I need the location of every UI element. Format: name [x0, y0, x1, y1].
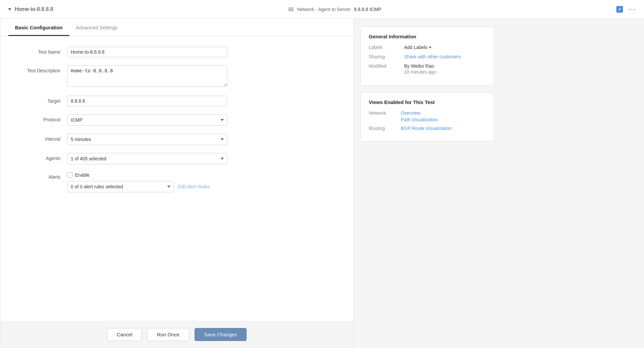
alerts-controls: Enable 0 of 0 alert rules selected Edit …	[67, 172, 210, 192]
general-info-title: General Information	[369, 34, 486, 39]
agents-control: 1 of 405 selected	[67, 153, 227, 164]
top-bar-center: Network - Agent to Server 8.8.8.8 ICMP	[67, 7, 603, 12]
test-name-label: Test Name	[14, 47, 67, 55]
modified-label: Modified	[369, 63, 399, 69]
agents-label: Agents	[14, 153, 67, 161]
enable-label: Enable	[75, 172, 90, 178]
add-labels-arrow-icon	[429, 47, 431, 48]
test-name-header: Home-to-8.8.8.8	[15, 6, 53, 12]
enable-alerts-checkbox[interactable]	[67, 172, 72, 178]
interval-row: Interval 5 minutes 1 minute 2 minutes 10…	[14, 134, 333, 145]
target-label: Target	[14, 96, 67, 104]
modified-block: By Weibo Rao 20 minutes ago	[404, 63, 436, 75]
icmp-label: 8.8.8.8 ICMP	[354, 7, 381, 12]
tab-advanced-settings[interactable]: Advanced Settings	[69, 19, 124, 36]
interval-control: 5 minutes 1 minute 2 minutes 10 minutes …	[67, 134, 227, 145]
bgp-route-visualization-link[interactable]: BGP Route Visualization	[401, 126, 452, 131]
alert-rules-row: 0 of 0 alert rules selected Edit Alert R…	[67, 181, 210, 192]
footer-buttons: Cancel Run Once Save Changes	[0, 321, 353, 348]
sharing-label: Sharing	[369, 54, 399, 59]
routing-views-label: Routing	[369, 126, 395, 131]
test-description-row: Test Description Home-to-8.8.8.8	[14, 65, 333, 88]
test-name-input[interactable]	[67, 47, 227, 57]
labels-label: Labels	[369, 45, 399, 50]
tabs: Basic Configuration Advanced Settings	[0, 19, 353, 36]
top-bar-right: ···	[616, 5, 636, 13]
target-row: Target	[14, 96, 333, 106]
alert-rules-dropdown[interactable]: 0 of 0 alert rules selected	[67, 181, 174, 192]
add-labels-text: Add Labels	[404, 45, 427, 50]
protocol-control: ICMP	[67, 114, 227, 126]
views-card: Views Enabled for This Test Network Over…	[360, 92, 494, 141]
network-type-label: Network - Agent to Server	[297, 7, 350, 12]
alert-rules-value: 0 of 0 alert rules selected	[71, 184, 123, 189]
network-views-links: Overview Path Visualization	[401, 110, 438, 122]
alert-rules-select-wrapper: 0 of 0 alert rules selected	[67, 181, 174, 192]
test-name-row: Test Name	[14, 47, 333, 57]
labels-value: Add Labels	[404, 45, 486, 50]
alerts-label: Alerts	[14, 172, 67, 180]
top-bar-left: Home-to-8.8.8.8	[8, 6, 53, 12]
test-description-input[interactable]: Home-to-8.8.8.8	[67, 65, 227, 87]
test-description-label: Test Description	[14, 65, 67, 73]
interval-select[interactable]: 5 minutes 1 minute 2 minutes 10 minutes …	[67, 134, 227, 145]
interval-label: Interval	[14, 134, 67, 142]
edit-alert-rules-link[interactable]: Edit Alert Rules	[178, 184, 210, 189]
enable-row: Enable	[67, 172, 210, 178]
agents-row: Agents 1 of 405 selected	[14, 153, 333, 164]
labels-row: Labels Add Labels	[369, 45, 486, 50]
main-container: Basic Configuration Advanced Settings Te…	[0, 19, 644, 348]
network-views-label: Network	[369, 110, 395, 122]
network-views-row: Network Overview Path Visualization	[369, 110, 486, 122]
ellipsis-menu-button[interactable]: ···	[628, 5, 636, 13]
top-bar: Home-to-8.8.8.8 Network - Agent to Serve…	[0, 0, 644, 19]
agents-selected-value: 1 of 405 selected	[71, 156, 106, 161]
run-once-button[interactable]: Run Once	[147, 328, 189, 341]
general-info-card: General Information Labels Add Labels Sh…	[360, 27, 494, 86]
modified-row: Modified By Weibo Rao 20 minutes ago	[369, 63, 486, 75]
agents-select-wrapper: 1 of 405 selected	[67, 153, 227, 164]
test-description-control: Home-to-8.8.8.8	[67, 65, 227, 88]
layers-icon	[288, 8, 294, 11]
modified-by: By Weibo Rao	[404, 63, 436, 69]
target-control	[67, 96, 227, 106]
alerts-row: Alerts Enable 0 of 0 alert rules selecte…	[14, 172, 333, 192]
tab-basic-configuration[interactable]: Basic Configuration	[8, 19, 69, 36]
add-labels-button[interactable]: Add Labels	[404, 45, 431, 50]
interval-select-wrapper: 5 minutes 1 minute 2 minutes 10 minutes …	[67, 134, 227, 145]
protocol-row: Protocol ICMP	[14, 114, 333, 126]
test-name-control	[67, 47, 227, 57]
form-area: Test Name Test Description Home-to-8.8.8…	[0, 36, 353, 321]
views-title: Views Enabled for This Test	[369, 99, 486, 105]
protocol-label: Protocol	[14, 114, 67, 122]
save-changes-button[interactable]: Save Changes	[195, 328, 247, 341]
protocol-select-wrapper: ICMP	[67, 114, 227, 126]
agents-dropdown[interactable]: 1 of 405 selected	[67, 153, 227, 164]
enable-checkbox[interactable]	[616, 6, 623, 13]
left-panel: Basic Configuration Advanced Settings Te…	[0, 19, 354, 348]
modified-when: 20 minutes ago	[404, 69, 436, 75]
right-panel: General Information Labels Add Labels Sh…	[354, 19, 501, 348]
sharing-row: Sharing Share with other customers	[369, 54, 486, 59]
overview-link[interactable]: Overview	[401, 110, 438, 116]
sharing-value[interactable]: Share with other customers	[404, 54, 486, 59]
alert-rules-arrow-icon	[167, 186, 171, 188]
path-visualization-link[interactable]: Path Visualization	[401, 117, 438, 122]
routing-views-row: Routing BGP Route Visualization	[369, 126, 486, 131]
protocol-select[interactable]: ICMP	[67, 114, 227, 126]
target-input[interactable]	[67, 96, 227, 106]
routing-views-links: BGP Route Visualization	[401, 126, 452, 131]
chevron-down-icon[interactable]	[8, 8, 11, 10]
cancel-button[interactable]: Cancel	[107, 328, 142, 341]
agents-select-arrow-icon	[221, 158, 224, 160]
